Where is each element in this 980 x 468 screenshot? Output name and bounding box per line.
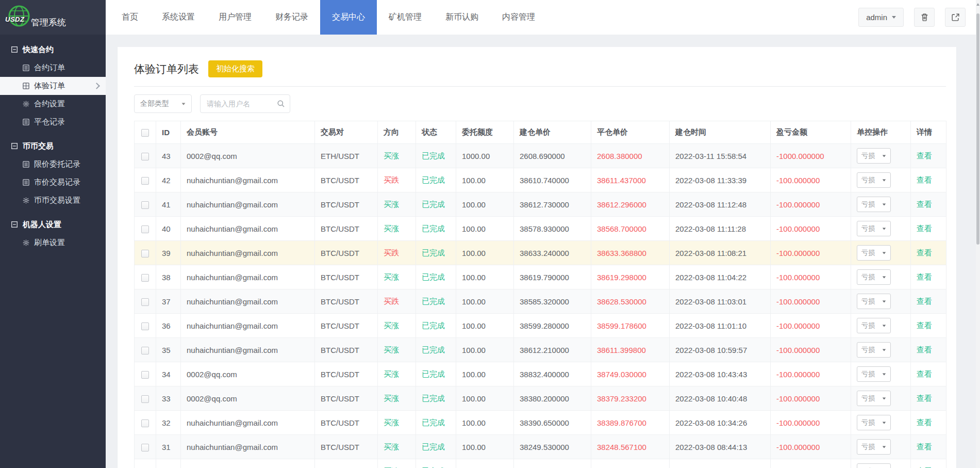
nav-item[interactable]: 首页 [110,0,150,35]
cell-pair: BTC/USDT [315,289,378,314]
detail-link[interactable]: 查看 [917,151,932,160]
sidebar-section-title[interactable]: 机器人设置 [0,209,106,234]
detail-link[interactable]: 查看 [917,321,932,330]
cell-status: 已完成 [416,459,456,468]
cell-id: 42 [156,168,181,192]
control-select[interactable]: 亏损 [857,342,891,358]
sidebar-item[interactable]: 币币交易设置 [0,191,106,209]
nav-item[interactable]: 交易中心 [320,0,377,35]
row-checkbox-cell [135,338,156,362]
control-select[interactable]: 亏损 [857,221,891,236]
cell-open-price: 38832.400000 [514,362,591,386]
row-checkbox[interactable] [141,444,149,451]
cell-id: 39 [156,241,181,265]
detail-link[interactable]: 查看 [917,394,932,402]
column-header: 盈亏金额 [771,121,851,144]
row-checkbox[interactable] [141,201,149,209]
row-checkbox[interactable] [141,298,149,306]
select-all-checkbox[interactable] [141,129,149,137]
cell-detail: 查看 [911,144,946,168]
row-checkbox[interactable] [141,395,149,403]
row-checkbox[interactable] [141,274,149,282]
app-root: USDZ 管理系统 首页系统设置用户管理财务记录交易中心矿机管理新币认购内容管理… [0,0,980,468]
cell-amount: 100.00 [456,289,514,314]
user-menu-button[interactable]: admin [858,8,904,27]
sidebar-item-label: 刷单设置 [34,238,65,248]
collapse-icon [11,221,18,228]
row-checkbox[interactable] [141,225,149,233]
control-select[interactable]: 亏损 [857,269,891,285]
cell-status: 已完成 [416,386,456,411]
nav-item[interactable]: 新币认购 [434,0,490,35]
row-checkbox[interactable] [141,322,149,330]
cell-account: 0002@qq.com [181,362,315,386]
cell-amount: 100.00 [456,386,514,411]
cell-detail: 查看 [911,314,946,338]
control-select[interactable]: 亏损 [857,463,891,468]
scrollbar[interactable] [976,0,980,468]
cell-status: 已完成 [416,241,456,265]
detail-link[interactable]: 查看 [917,345,932,354]
cell-close-price: 38389.876700 [591,411,670,435]
control-select[interactable]: 亏损 [857,318,891,333]
detail-link[interactable]: 查看 [917,272,932,281]
table-row: 35nuhaichuntian@gmail.comBTC/USDT买涨已完成10… [135,338,946,362]
control-select[interactable]: 亏损 [857,148,891,164]
row-checkbox[interactable] [141,371,149,379]
control-select[interactable]: 亏损 [857,391,891,406]
scrollbar-thumb[interactable] [976,13,979,245]
row-checkbox[interactable] [141,177,149,185]
sidebar-item[interactable]: 合约订单 [0,59,106,77]
control-select[interactable]: 亏损 [857,172,891,188]
sidebar-item-label: 币币交易设置 [34,196,80,205]
cell-status: 已完成 [416,338,456,362]
type-select[interactable]: 全部类型 [134,94,192,113]
sidebar-section-title[interactable]: 币币交易 [0,131,106,155]
control-select[interactable]: 亏损 [857,245,891,261]
control-select[interactable]: 亏损 [857,439,891,455]
cell-open-time: 2022-03-08 11:33:39 [670,168,771,192]
nav-item[interactable]: 内容管理 [490,0,547,35]
search-icon[interactable] [277,100,285,108]
cell-status: 已完成 [416,217,456,241]
detail-link[interactable]: 查看 [917,175,932,184]
cell-detail: 查看 [911,192,946,217]
control-select[interactable]: 亏损 [857,294,891,309]
sidebar-item[interactable]: 限价委托记录 [0,155,106,173]
detail-link[interactable]: 查看 [917,442,932,451]
nav-item[interactable]: 用户管理 [207,0,263,35]
detail-link[interactable]: 查看 [917,297,932,305]
row-checkbox[interactable] [141,153,149,160]
cell-open-time: 2022-03-08 11:01:10 [670,314,771,338]
column-header: 建仓单价 [514,121,591,144]
row-checkbox[interactable] [141,347,149,354]
detail-link[interactable]: 查看 [917,466,932,468]
row-checkbox[interactable] [141,250,149,257]
logout-button[interactable] [945,8,966,27]
row-checkbox[interactable] [141,419,149,427]
nav-item[interactable]: 矿机管理 [377,0,434,35]
detail-link[interactable]: 查看 [917,369,932,378]
control-select[interactable]: 亏损 [857,366,891,382]
row-checkbox-cell [135,168,156,192]
cell-direction: 买涨 [378,314,416,338]
detail-link[interactable]: 查看 [917,248,932,257]
sidebar-section-title[interactable]: 快速合约 [0,35,106,59]
cell-open-time: 2022-03-08 10:59:57 [670,338,771,362]
scroll-up-icon[interactable] [976,3,979,6]
trash-button[interactable] [914,8,935,27]
control-select[interactable]: 亏损 [857,415,891,430]
sidebar-item[interactable]: 体验订单 [0,77,106,95]
sidebar-item[interactable]: 刷单设置 [0,234,106,252]
reset-search-button[interactable]: 初始化搜索 [208,60,262,77]
nav-item[interactable]: 系统设置 [150,0,207,35]
detail-link[interactable]: 查看 [917,224,932,233]
sidebar-item[interactable]: 平仓记录 [0,113,106,131]
sidebar-item[interactable]: 合约设置 [0,95,106,113]
detail-link[interactable]: 查看 [917,200,932,208]
sidebar-item[interactable]: 市价交易记录 [0,173,106,191]
detail-link[interactable]: 查看 [917,418,932,427]
chevron-down-icon [883,203,886,205]
control-select[interactable]: 亏损 [857,197,891,212]
nav-item[interactable]: 财务记录 [263,0,320,35]
